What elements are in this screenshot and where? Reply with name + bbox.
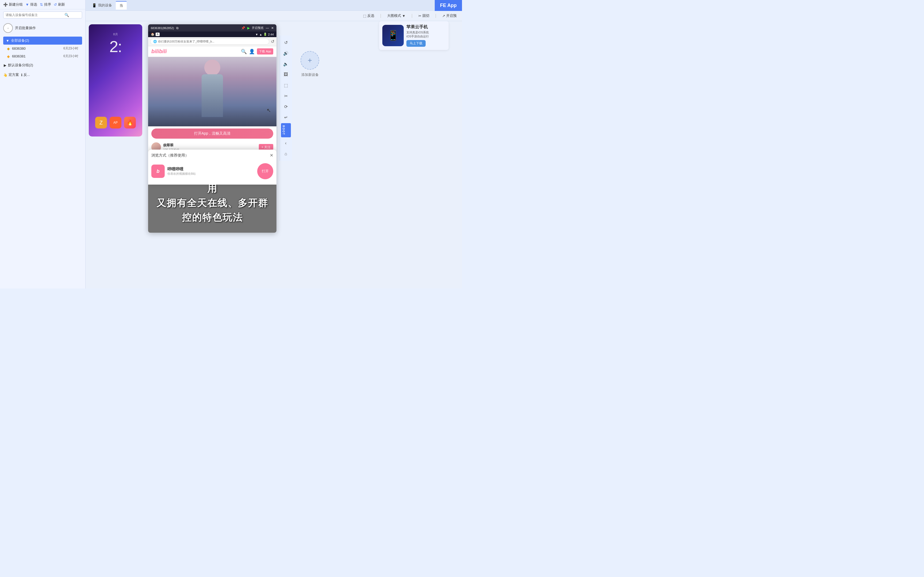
batch-operation-label: 开启批量操作 xyxy=(15,26,36,31)
add-device-circle: + xyxy=(300,51,319,70)
back-nav-button[interactable]: ‹ xyxy=(281,139,291,148)
home-nav-button[interactable]: ⌂ xyxy=(281,149,291,159)
uploader-name: 侯翠翠 xyxy=(163,143,179,148)
add-device-label: 添加新设备 xyxy=(301,73,319,77)
all-devices-header[interactable]: ▼ 全部设备(2) xyxy=(3,37,82,45)
device-group-all: ▼ 全部设备(2) ◆ 6836380 6天23小时 ◆ 6836381 6天2… xyxy=(3,37,82,60)
pin-icon[interactable]: 📌 xyxy=(241,26,245,30)
chevron-right-icon: ▶ xyxy=(4,63,6,67)
enter-tool-button[interactable]: ↵ xyxy=(281,113,291,122)
devices-area: 8月 2: Z AP 🔥 6836381(862852) ⧉ xyxy=(86,21,462,285)
open-preview-btn[interactable]: 开启预览 xyxy=(252,26,263,30)
lock-date: 8月 xyxy=(113,32,118,36)
file-icon: Z xyxy=(95,117,107,129)
letter-a-icon: A xyxy=(156,32,160,36)
ios-ad-banner: 📱 苹果云手机 支持真是iOS系统 iOS手游自由运行 马上下载 xyxy=(379,21,449,50)
volume-tool-button[interactable]: 🔊 xyxy=(281,48,291,58)
tab-current[interactable]: 当 xyxy=(116,1,127,10)
play-icon[interactable]: ▶ xyxy=(247,26,250,30)
bilibili-logo: bilibili xyxy=(151,48,167,55)
filter-icon: ▼ xyxy=(26,2,29,7)
search-icon-bilibili[interactable]: 🔍 xyxy=(241,48,247,55)
sort-button[interactable]: ⇅ 排序 xyxy=(40,2,51,7)
crop-tool-button[interactable]: ⬚ xyxy=(281,81,291,90)
scissors-icon: ✂ xyxy=(418,14,422,18)
locked-phone: 8月 2: Z AP 🔥 xyxy=(89,24,145,139)
ios-download-button[interactable]: 马上下载 xyxy=(406,40,426,47)
signal-icon: ▲ xyxy=(259,33,262,36)
browser-titlebar: 6836381(862852) ⧉ 📌 ▶ 开启预览 — ✕ xyxy=(148,24,276,32)
main-area: 📱 我的设备 当 ⬚ 反选 | 大图模式 ▼ | ✂ 固切 | ↗ 开启预 xyxy=(86,0,462,288)
sort-icon: ⇅ xyxy=(40,2,43,7)
wifi-icon: ▼ xyxy=(255,33,258,36)
add-device-area[interactable]: + 添加新设备 xyxy=(300,51,319,282)
rotate-tool-button[interactable]: ⟳ xyxy=(281,102,291,111)
solution-button[interactable]: 👆 宏方案 xyxy=(3,73,19,77)
minimize-icon[interactable]: — xyxy=(266,26,269,30)
anti-select-button[interactable]: ⬚ 反选 xyxy=(361,12,376,19)
close-icon[interactable]: ✕ xyxy=(271,26,274,30)
url-bar[interactable]: 🌐 你们要的100万粉丝女装来了_哔哩哔哩_b... xyxy=(150,39,269,45)
refresh-button[interactable]: ↺ 刷新 xyxy=(54,2,65,7)
open-bilibili-button[interactable]: 打开 xyxy=(257,163,273,179)
large-mode-button[interactable]: 大图模式 ▼ xyxy=(385,12,408,19)
fix-button[interactable]: ✂ 固切 xyxy=(416,12,431,19)
phone-tools-panel: ↺ 🔊 🔈 🖼 ⬚ ✂ ⟳ ↵ ROOT ‹ ⌂ xyxy=(279,35,292,161)
phone-status-bar: 🏠 A ▼ ▲ 🔋 2:44 xyxy=(148,32,276,37)
device-id-6836381: 6836381 xyxy=(12,54,26,58)
lock-apps: Z AP 🔥 xyxy=(95,117,136,129)
phone-icon: 📱 xyxy=(92,3,97,8)
gold-badge-icon: ◆ xyxy=(7,47,10,51)
root-badge[interactable]: ROOT xyxy=(281,123,291,137)
battery-icon: 🔋 xyxy=(263,32,267,36)
open-preview-button[interactable]: ↗ 开启预 xyxy=(440,12,459,19)
browse-popup-header: 浏览方式（推荐使用） ✕ xyxy=(151,153,273,158)
device-time-6836380: 6天23小时 xyxy=(63,46,78,51)
sidebar: ➕ 新建分组 ▼ 筛选 ⇅ 排序 ↺ 刷新 🔍 ○ 开启批量操作 ▼ 全部设备(… xyxy=(0,0,86,288)
user-icon-bilibili[interactable]: 👤 xyxy=(249,48,255,55)
browser-nav-bar: 🌐 你们要的100万粉丝女装来了_哔哩哔哩_b... ↺ xyxy=(148,37,276,46)
search-bar: 🔍 xyxy=(3,11,82,18)
person-head xyxy=(204,60,220,76)
scissors-tool-button[interactable]: ✂ xyxy=(281,91,291,101)
ap-app-icon: AP xyxy=(110,117,121,129)
home-icon: 🏠 xyxy=(151,32,155,36)
device-time-6836381: 6天23小时 xyxy=(63,54,78,58)
ios-icon: 📱 xyxy=(382,25,404,46)
open-app-button[interactable]: 打开App，流畅又高清 xyxy=(151,129,273,139)
lock-screen: 8月 2: Z AP 🔥 xyxy=(89,24,142,137)
chevron-down-icon: ▼ xyxy=(402,14,405,18)
popup-close-button[interactable]: ✕ xyxy=(270,153,273,158)
person-body xyxy=(202,74,223,117)
image-tool-button[interactable]: 🖼 xyxy=(281,70,291,79)
new-group-button[interactable]: ➕ 新建分组 xyxy=(3,2,23,7)
device-id-label: 6836381(862852) xyxy=(151,26,174,30)
speaker-tool-button[interactable]: 🔈 xyxy=(281,59,291,69)
info-icon: ℹ xyxy=(21,73,23,77)
chevron-down-icon: ▼ xyxy=(6,39,10,43)
batch-operation-toggle[interactable]: ○ xyxy=(3,23,13,33)
default-device-group[interactable]: ▶ 默认设备分组(2) xyxy=(0,61,85,69)
reload-tool-button[interactable]: ↺ xyxy=(281,38,291,47)
bilibili-download-button[interactable]: 下载 App xyxy=(257,48,273,55)
reload-button[interactable]: ↺ xyxy=(271,39,274,44)
lock-time: 2: xyxy=(109,37,122,56)
search-input[interactable] xyxy=(6,13,65,17)
info-button[interactable]: ℹ 反... xyxy=(21,73,30,77)
filter-button[interactable]: ▼ 筛选 xyxy=(26,2,37,7)
device-id-6836380: 6836380 xyxy=(12,47,26,50)
copy-icon[interactable]: ⧉ xyxy=(176,26,179,30)
fire-icon: 🔥 xyxy=(124,117,136,129)
search-icon[interactable]: 🔍 xyxy=(65,13,69,17)
new-group-icon: ➕ xyxy=(3,2,8,7)
url-text: 你们要的100万粉丝女装来了_哔哩哔哩_b... xyxy=(158,40,215,44)
device-item-6836380[interactable]: ◆ 6836380 6天23小时 xyxy=(3,45,82,52)
open-preview-icon: ↗ xyxy=(442,14,445,18)
bilibili-app-option: b 哔哩哔哩 你喜欢的视频都在B站 打开 xyxy=(151,161,273,181)
tab-my-devices[interactable]: 📱 我的设备 xyxy=(88,2,116,9)
refresh-icon: ↺ xyxy=(54,2,57,7)
device-item-6836381[interactable]: ◆ 6836381 6天23小时 xyxy=(3,52,82,60)
video-preview xyxy=(148,57,276,126)
fe-app-badge[interactable]: FE App xyxy=(435,0,462,11)
sidebar-toolbar: ➕ 新建分组 ▼ 筛选 ⇅ 排序 ↺ 刷新 xyxy=(0,0,85,9)
